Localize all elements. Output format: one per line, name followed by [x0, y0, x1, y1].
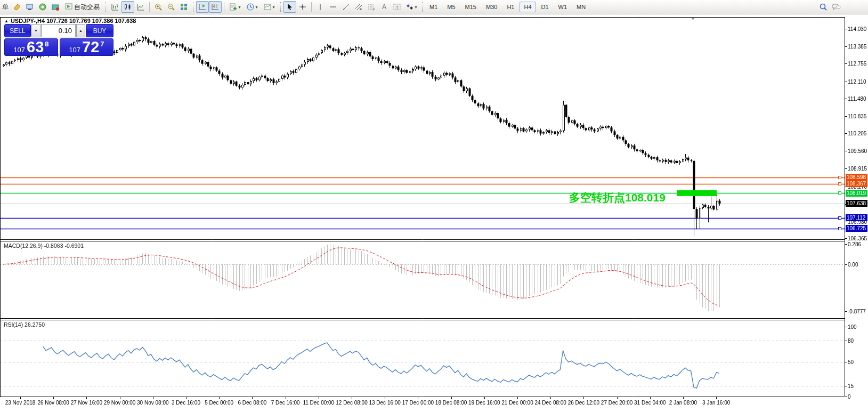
- time-axis-label: 21 Dec 00:00: [501, 400, 533, 406]
- timeframe-button-m15[interactable]: M15: [461, 2, 481, 12]
- time-axis-label: 12 Dec 08:00: [336, 400, 368, 406]
- timeframe-button-w1[interactable]: W1: [554, 2, 572, 12]
- autotrading-button[interactable]: 自动交易: [62, 1, 103, 13]
- zoom-in-icon[interactable]: [152, 1, 165, 13]
- price-axis-tick-label: 114.030: [848, 26, 866, 32]
- hline-price-label: 106.725: [846, 225, 867, 232]
- time-axis-label: 5 Dec 00:00: [205, 400, 233, 406]
- price-axis-tick-label: 109.560: [848, 148, 867, 154]
- buy-price-button[interactable]: 107 72 7: [60, 38, 113, 56]
- sell-price-button[interactable]: 107 63 8: [4, 38, 58, 56]
- sell-price-prefix: 107: [13, 45, 25, 55]
- buy-button[interactable]: BUY: [86, 24, 113, 37]
- rsi-axis-label: 100: [848, 324, 857, 330]
- timeframe-button-h1[interactable]: H1: [502, 2, 518, 12]
- price-axis-tick-label: 108.915: [848, 166, 867, 172]
- toolbar-drag-handle[interactable]: [106, 2, 106, 12]
- time-axis-label: 11 Dec 00:00: [303, 400, 334, 406]
- timeframe-button-mn[interactable]: MN: [572, 2, 590, 12]
- autotrading-icon: [65, 3, 72, 12]
- macd-axis-label: 0.286: [848, 241, 861, 247]
- terminal-icon[interactable]: [49, 1, 62, 13]
- toolbar-separator: [224, 2, 224, 12]
- templates-icon[interactable]: ▾: [261, 1, 278, 13]
- line-chart-icon[interactable]: [134, 1, 147, 13]
- svg-text:T: T: [396, 5, 399, 10]
- equidistant-channel-tool-icon[interactable]: E: [352, 1, 365, 13]
- toolbar-drag-handle[interactable]: [193, 2, 193, 12]
- one-click-trading-panel: SELL ▼ ▲ BUY 107 63 8 107 72 7: [4, 24, 113, 56]
- sell-button[interactable]: SELL: [4, 24, 31, 37]
- zoom-out-icon[interactable]: [165, 1, 177, 13]
- pane-separator[interactable]: [0, 239, 845, 241]
- rsi-axis-label: 0: [848, 394, 851, 400]
- toolbar-drag-handle[interactable]: [422, 2, 423, 12]
- auto-scroll-icon[interactable]: [196, 1, 209, 13]
- macd-indicator-label: MACD(12,26,9) -0.8063 -0.6901: [4, 243, 84, 249]
- text-label-tool-icon[interactable]: T: [391, 1, 403, 13]
- order-label[interactable]: 单: [2, 3, 9, 12]
- price-axis-tick-label: 112.755: [848, 61, 866, 67]
- trendline-tool-icon[interactable]: [339, 1, 352, 13]
- crosshair-icon[interactable]: [296, 1, 309, 13]
- volume-increase-button[interactable]: ▲: [76, 24, 85, 37]
- current-price-label: 107.638: [846, 200, 867, 207]
- timeframe-button-m5[interactable]: M5: [443, 2, 459, 12]
- time-axis-label: 18 Dec 08:00: [435, 400, 467, 406]
- sell-price-sup: 8: [45, 41, 48, 47]
- sell-price-big: 63: [27, 39, 44, 55]
- chart-shift-icon[interactable]: [209, 1, 222, 13]
- hline-price-label: 108.367: [846, 180, 867, 187]
- time-axis-label: 26 Nov 08:00: [37, 400, 69, 406]
- timeframe-button-h4[interactable]: H4: [520, 2, 536, 12]
- navigator-icon[interactable]: [36, 1, 49, 13]
- price-axis-tick-label: 110.205: [848, 131, 866, 136]
- search-icon[interactable]: [817, 1, 830, 13]
- autotrading-label: 自动交易: [74, 3, 100, 12]
- toolbar-drag-handle[interactable]: [280, 2, 281, 12]
- rsi-axis-label: 15: [848, 383, 854, 389]
- price-axis-tick-label: 111.480: [848, 96, 866, 102]
- dropdown-arrow-icon: ▾: [272, 5, 274, 10]
- volume-decrease-button[interactable]: ▼: [31, 24, 40, 37]
- symbol-collapse-arrow-icon[interactable]: ▲: [4, 19, 9, 23]
- horizontal-line-tool-icon[interactable]: [327, 1, 339, 13]
- vertical-line-tool-icon[interactable]: [314, 1, 327, 13]
- timeframe-button-d1[interactable]: D1: [537, 2, 553, 12]
- svg-text:A: A: [382, 3, 386, 11]
- time-axis-label: 3 Dec 16:00: [172, 400, 200, 406]
- cursor-icon[interactable]: [283, 1, 296, 13]
- arrows-tool-icon[interactable]: ▾: [403, 1, 419, 13]
- candlestick-chart-icon[interactable]: [121, 1, 134, 13]
- time-axis-label: 2 Jan 08:00: [669, 400, 697, 406]
- timeframe-group: M1M5M15M30H1H4D1W1MN: [425, 2, 590, 12]
- fibonacci-tool-icon[interactable]: F: [365, 1, 378, 13]
- toolbar-separator: [149, 2, 150, 12]
- pivot-annotation-text[interactable]: 多空转折点108.019: [569, 190, 666, 205]
- timeframe-button-m1[interactable]: M1: [425, 2, 442, 12]
- chart-shift-marker-icon[interactable]: ▼: [691, 16, 695, 21]
- time-axis-label: 13 Dec 16:00: [369, 400, 401, 406]
- toolbar-separator: [311, 2, 312, 12]
- hline-price-label: 107.112: [846, 214, 867, 221]
- time-axis-label: 23 Nov 2018: [5, 400, 36, 406]
- pane-separator[interactable]: [0, 318, 845, 320]
- rsi-axis-label: 50: [848, 359, 854, 365]
- timeframe-button-m30[interactable]: M30: [482, 2, 501, 12]
- text-tool-icon[interactable]: A: [378, 1, 391, 13]
- metaeditor-icon[interactable]: [23, 1, 36, 13]
- indicators-icon[interactable]: ▾: [226, 1, 244, 13]
- time-axis-label: 31 Dec 04:00: [634, 400, 666, 406]
- tile-windows-icon[interactable]: [177, 1, 190, 13]
- rsi-axis-label: 80: [848, 338, 854, 344]
- chart-canvas[interactable]: [0, 0, 868, 412]
- bar-chart-icon[interactable]: [109, 1, 121, 13]
- new-order-icon[interactable]: [11, 1, 23, 13]
- chart-title: ▲USDJPY-,H4 107.726 107.769 107.386 107.…: [4, 18, 136, 24]
- chat-icon[interactable]: [830, 1, 842, 13]
- dropdown-arrow-icon: ▾: [238, 5, 240, 10]
- macd-axis-label: 0.00: [848, 262, 858, 268]
- periods-icon[interactable]: ▾: [244, 1, 261, 13]
- price-axis-tick-label: 110.835: [848, 114, 866, 119]
- volume-input[interactable]: [41, 24, 76, 37]
